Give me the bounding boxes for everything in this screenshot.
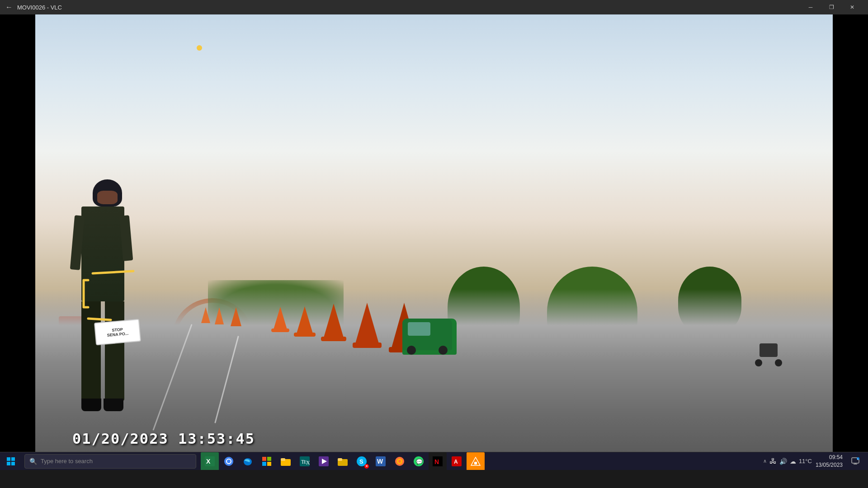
vlc-icon bbox=[471, 456, 481, 466]
system-tray-area: ∧ 🖧 🔊 ☁ 11°C 09:54 13/05/2023 1 bbox=[763, 452, 868, 470]
titlebar-left: ← MOVI0026 - VLC bbox=[5, 3, 62, 11]
netflix-icon: N bbox=[433, 456, 443, 466]
system-tray: ∧ 🖧 🔊 ☁ 11°C bbox=[763, 457, 812, 465]
video-player[interactable]: 01/20/2023 13:53:45 STOPSENA PO... 🔍 Typ… bbox=[0, 14, 868, 470]
edge-icon bbox=[242, 456, 253, 467]
titlebar: ← MOVI0026 - VLC ─ ❐ ✕ bbox=[0, 0, 868, 14]
taskbar-word[interactable]: W bbox=[372, 452, 390, 470]
search-icon: 🔍 bbox=[29, 458, 37, 465]
notification-button[interactable]: 1 bbox=[846, 452, 864, 470]
svg-rect-12 bbox=[262, 457, 266, 461]
svg-text:S: S bbox=[359, 458, 363, 465]
maximize-button[interactable]: ❐ bbox=[821, 0, 842, 14]
search-input-placeholder: Type here to search bbox=[41, 458, 93, 465]
cone-1 bbox=[271, 307, 289, 332]
file-explorer-icon bbox=[280, 456, 291, 466]
svg-rect-25 bbox=[338, 458, 342, 461]
road-sign-text: STOPSENA PO... bbox=[106, 327, 128, 338]
taskbar-latex[interactable]: T E X bbox=[296, 452, 314, 470]
start-button[interactable] bbox=[0, 452, 22, 470]
svg-text:A: A bbox=[454, 459, 458, 465]
taskbar-ms-store[interactable] bbox=[258, 452, 276, 470]
boot-right bbox=[104, 399, 123, 411]
svg-point-10 bbox=[227, 460, 231, 463]
taskbar-vlc[interactable] bbox=[467, 452, 485, 470]
svg-text:N: N bbox=[434, 458, 439, 465]
svg-text:💬: 💬 bbox=[416, 458, 423, 465]
cone-3 bbox=[321, 304, 346, 341]
soldier-leg-left bbox=[81, 301, 101, 401]
window-title: MOVI0026 - VLC bbox=[17, 4, 62, 11]
auto-rickshaw bbox=[402, 319, 457, 355]
taskbar-file-explorer[interactable] bbox=[277, 452, 295, 470]
soldier-leg-right bbox=[105, 301, 124, 401]
chrome-icon bbox=[223, 456, 234, 467]
taskbar-folder[interactable] bbox=[334, 452, 352, 470]
video-left-letterbox bbox=[0, 14, 35, 470]
svg-rect-15 bbox=[267, 462, 271, 466]
latex-icon: T E X bbox=[300, 456, 310, 466]
svg-rect-17 bbox=[281, 458, 285, 461]
taskbar: 🔍 Type here to search X bbox=[0, 452, 868, 470]
svg-rect-3 bbox=[11, 457, 15, 461]
close-button[interactable]: ✕ bbox=[842, 0, 863, 14]
road-sign: STOPSENA PO... bbox=[94, 319, 141, 346]
cone-small-2 bbox=[215, 307, 224, 324]
taskbar-edge[interactable] bbox=[239, 452, 257, 470]
taskbar-netflix[interactable]: N bbox=[429, 452, 447, 470]
system-clock[interactable]: 09:54 13/05/2023 bbox=[816, 454, 843, 469]
folder-icon bbox=[337, 456, 348, 466]
taskbar-firefox[interactable] bbox=[391, 452, 409, 470]
notification-icon: 1 bbox=[851, 457, 859, 465]
taskbar-whatsapp[interactable]: 💬 bbox=[410, 452, 428, 470]
whatsapp-icon: 💬 bbox=[413, 456, 424, 467]
svg-text:1: 1 bbox=[857, 458, 859, 460]
motorcycle bbox=[755, 343, 782, 366]
cone-small-3 bbox=[231, 307, 241, 326]
clock-time: 09:54 bbox=[816, 454, 843, 461]
soldier-torso bbox=[81, 206, 124, 301]
minimize-button[interactable]: ─ bbox=[800, 0, 821, 14]
svg-rect-2 bbox=[7, 457, 10, 461]
soldier-figure bbox=[81, 179, 124, 411]
tray-chevron[interactable]: ∧ bbox=[763, 458, 767, 464]
taskbar-chrome[interactable] bbox=[220, 452, 238, 470]
svg-text:X: X bbox=[306, 460, 310, 466]
video-right-letterbox bbox=[833, 14, 868, 470]
taskbar-acrobat[interactable]: A bbox=[448, 452, 466, 470]
svg-rect-13 bbox=[267, 457, 271, 461]
taskbar-skype[interactable]: S ✕ bbox=[353, 452, 371, 470]
tray-volume-icon[interactable]: 🔊 bbox=[779, 458, 787, 465]
ms-store-icon bbox=[262, 456, 272, 466]
weather-icon: ☁ bbox=[790, 458, 796, 465]
acrobat-icon: A bbox=[452, 456, 462, 466]
titlebar-controls: ─ ❐ ✕ bbox=[800, 0, 863, 14]
svg-text:X: X bbox=[206, 458, 211, 465]
boot-left bbox=[81, 399, 101, 411]
svg-text:W: W bbox=[377, 458, 383, 465]
back-button[interactable]: ← bbox=[5, 3, 13, 11]
taskbar-video-editor[interactable] bbox=[315, 452, 333, 470]
taskbar-app-icons: X bbox=[201, 452, 485, 470]
video-editor-icon bbox=[319, 456, 329, 466]
temperature-display: 11°C bbox=[799, 458, 812, 465]
word-icon: W bbox=[376, 456, 386, 466]
svg-rect-5 bbox=[11, 462, 15, 465]
taskbar-excel[interactable]: X bbox=[201, 452, 219, 470]
cone-2 bbox=[294, 306, 316, 337]
svg-rect-40 bbox=[474, 462, 477, 465]
windows-logo-icon bbox=[6, 457, 15, 466]
excel-icon: X bbox=[205, 456, 215, 466]
tray-network-icon: 🖧 bbox=[769, 457, 777, 465]
detection-dot bbox=[197, 45, 202, 51]
search-bar[interactable]: 🔍 Type here to search bbox=[24, 454, 196, 469]
firefox-icon bbox=[394, 456, 405, 467]
svg-rect-4 bbox=[7, 462, 10, 465]
svg-point-11 bbox=[244, 458, 252, 465]
svg-rect-14 bbox=[262, 462, 266, 466]
svg-point-32 bbox=[398, 460, 401, 463]
cone-small-1 bbox=[201, 307, 210, 323]
cone-4 bbox=[353, 303, 382, 348]
clock-date: 13/05/2023 bbox=[816, 461, 843, 469]
soldier-head bbox=[93, 179, 122, 206]
